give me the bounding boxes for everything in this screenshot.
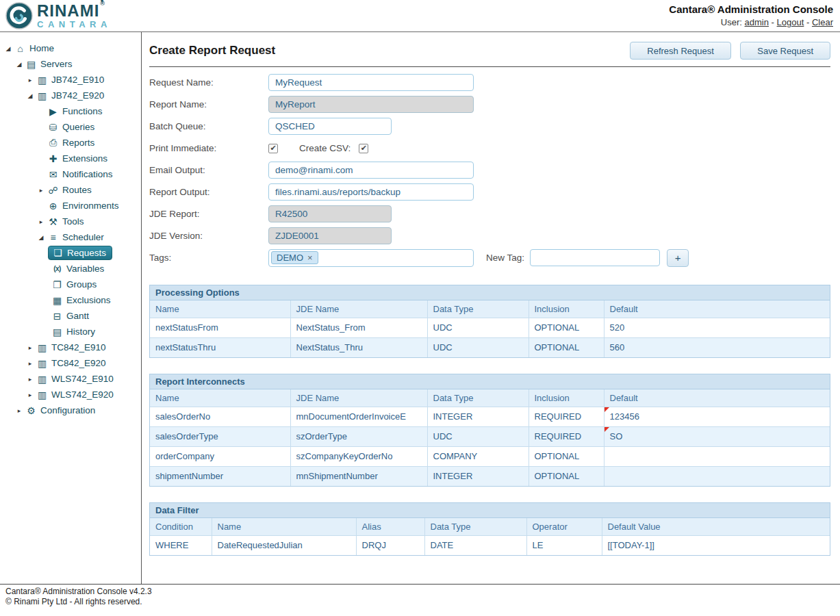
tree-item-functions[interactable]: ▶ Functions [0,103,141,119]
cell[interactable]: INTEGER [427,466,529,486]
cell[interactable]: NextStatus_From [290,318,427,337]
cell[interactable]: COMPANY [427,446,529,466]
request-name-input[interactable] [268,74,474,91]
cell[interactable]: OPTIONAL [529,337,604,357]
servers-icon: ▤ [25,59,38,70]
selected-item-highlight[interactable]: ❏ Requests [48,246,112,260]
cell[interactable]: DateRequestedJulian [212,535,356,555]
clear-link[interactable]: Clear [812,17,833,27]
report-output-input[interactable] [268,183,474,201]
table-row: shipmentNumber mnShipmentNumber INTEGER … [150,466,830,486]
title-divider [149,66,830,67]
cell[interactable]: mnShipmentNumber [290,466,427,486]
email-output-label: Email Output: [149,165,268,175]
collapse-arrow-icon[interactable]: ▸ [25,360,36,367]
cell[interactable]: WHERE [150,535,212,555]
new-tag-input[interactable] [530,249,660,266]
processing-options-table: Processing Options Name JDE Name Data Ty… [149,285,830,358]
cell[interactable]: UDC [427,318,529,337]
tree-item-tc842-e920[interactable]: ▸ ▥ TC842_E920 [0,355,141,371]
cell[interactable]: UDC [427,337,529,357]
tree-item-notifications[interactable]: ✉ Notifications [0,166,141,182]
cell[interactable]: 560 [604,337,830,357]
tree-item-extensions[interactable]: ✚ Extensions [0,151,141,166]
cell[interactable]: SO [604,426,830,446]
cell[interactable] [604,446,830,466]
jde-version-label: JDE Version: [149,231,268,241]
cell[interactable]: OPTIONAL [529,466,604,486]
cell[interactable]: DRQJ [356,535,424,555]
tree-item-jb742-e920[interactable]: ◢ ▥ JB742_E920 [0,88,141,103]
cell[interactable]: LE [526,535,602,555]
tools-icon: ⚒ [47,216,60,227]
refresh-request-button[interactable]: Refresh Request [630,42,731,60]
email-output-input[interactable] [268,162,474,179]
cell[interactable]: UDC [427,426,529,446]
expand-arrow-icon[interactable]: ◢ [14,61,25,68]
expand-arrow-icon[interactable]: ◢ [3,45,14,52]
collapse-arrow-icon[interactable]: ▸ [25,77,36,84]
tree-item-scheduler[interactable]: ◢ ≡ Scheduler [0,229,141,245]
queries-icon: ⛁ [47,122,60,133]
tree-item-variables[interactable]: (x) Variables [0,261,141,277]
tree-item-queries[interactable]: ⛁ Queries [0,119,141,135]
cell[interactable]: 520 [604,318,830,337]
cell[interactable]: REQUIRED [529,426,604,446]
cell[interactable]: orderCompany [150,446,290,466]
expand-arrow-icon[interactable]: ◢ [25,92,36,99]
tree-item-home[interactable]: ◢ ⌂ Home [0,40,141,56]
tree-item-tc842-e910[interactable]: ▸ ▥ TC842_E910 [0,339,141,355]
cell[interactable]: INTEGER [427,407,529,426]
cell[interactable]: NextStatus_Thru [290,337,427,357]
page-title: Create Report Request [149,44,275,57]
tree-item-configuration[interactable]: ▸ ⚙ Configuration [0,402,141,418]
logout-link[interactable]: Logout [777,17,804,27]
tree-item-wls742-e910[interactable]: ▸ ▥ WLS742_E910 [0,371,141,387]
tree-item-wls742-e920[interactable]: ▸ ▥ WLS742_E920 [0,387,141,402]
report-name-label: Report Name: [149,99,268,110]
cell[interactable] [604,466,830,486]
tree-item-groups[interactable]: ❐ Groups [0,277,141,292]
collapse-arrow-icon[interactable]: ▸ [25,376,36,383]
cell[interactable]: REQUIRED [529,407,604,426]
cell[interactable]: [[TODAY-1]] [602,535,830,555]
header-row: Name JDE Name Data Type Inclusion Defaul… [150,300,830,318]
tree-item-reports[interactable]: ⎙ Reports [0,135,141,151]
cell[interactable]: nextStatusThru [150,337,290,357]
cell[interactable]: szCompanyKeyOrderNo [290,446,427,466]
cell[interactable]: OPTIONAL [529,446,604,466]
tree-item-requests-selected[interactable]: ❏ Requests [0,245,141,261]
save-request-button[interactable]: Save Request [740,42,830,60]
tree-item-tools[interactable]: ▸ ⚒ Tools [0,214,141,229]
cell[interactable]: nextStatusFrom [150,318,290,337]
remove-tag-icon[interactable]: × [307,253,313,263]
collapse-arrow-icon[interactable]: ▸ [36,187,47,194]
cell[interactable]: salesOrderType [150,426,290,446]
tree-item-environments[interactable]: ⊕ Environments [0,198,141,214]
print-immediate-checkbox[interactable]: ✔ [268,144,278,153]
tree-item-jb742-e910[interactable]: ▸ ▥ JB742_E910 [0,72,141,88]
tags-input[interactable]: DEMO × [268,249,474,267]
tree-item-gantt[interactable]: ⊟ Gantt [0,308,141,324]
collapse-arrow-icon[interactable]: ▸ [36,218,47,225]
tree-item-servers[interactable]: ◢ ▤ Servers [0,56,141,72]
cell[interactable]: mnDocumentOrderInvoiceE [290,407,427,426]
cell[interactable]: DATE [424,535,526,555]
collapse-arrow-icon[interactable]: ▸ [25,344,36,351]
collapse-arrow-icon[interactable]: ▸ [25,392,36,398]
create-csv-checkbox[interactable]: ✔ [359,144,368,153]
user-name-link[interactable]: admin [745,17,769,27]
cell[interactable]: 123456 [604,407,830,426]
modified-flag [604,427,609,432]
cell[interactable]: OPTIONAL [529,318,604,337]
add-tag-button[interactable]: + [667,249,689,267]
batch-queue-input[interactable] [268,118,392,135]
collapse-arrow-icon[interactable]: ▸ [14,407,25,414]
tree-item-routes[interactable]: ▸ ☍ Routes [0,182,141,198]
tree-item-exclusions[interactable]: ▦ Exclusions [0,292,141,308]
cell[interactable]: shipmentNumber [150,466,290,486]
cell[interactable]: salesOrderNo [150,407,290,426]
cell[interactable]: szOrderType [290,426,427,446]
tree-item-history[interactable]: ▤ History [0,324,141,339]
expand-arrow-icon[interactable]: ◢ [36,234,47,241]
